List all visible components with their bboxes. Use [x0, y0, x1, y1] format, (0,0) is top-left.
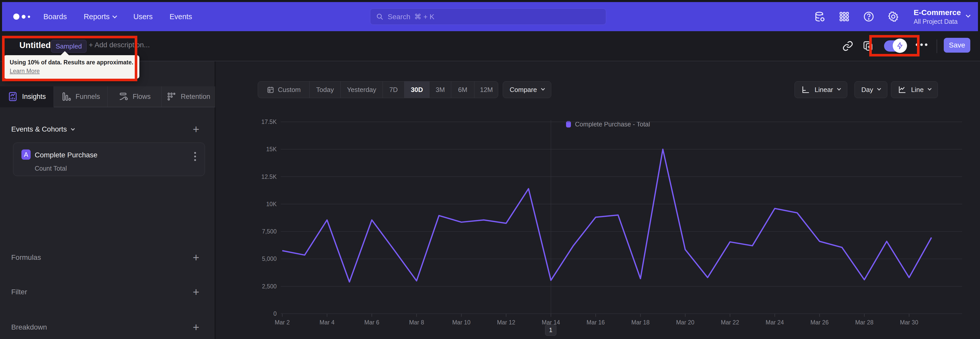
events-cohorts-header[interactable]: Events & Cohorts: [11, 125, 74, 133]
header-divider: [937, 39, 937, 53]
x-axis-label: Mar 26: [810, 319, 829, 326]
nav-item-boards[interactable]: Boards: [43, 13, 67, 21]
y-axis-label: 10K: [266, 201, 277, 208]
annotation-box-toggle: [869, 35, 920, 56]
y-axis-label: 0: [273, 310, 277, 317]
x-axis-label: Mar 2: [275, 319, 290, 326]
nav-item-reports[interactable]: Reports: [84, 13, 117, 21]
nav-item-events[interactable]: Events: [169, 13, 192, 21]
event-name[interactable]: Complete Purchase: [35, 151, 97, 159]
project-switcher[interactable]: E-Commerce All Project Data: [914, 8, 970, 25]
breakdown-label: Breakdown: [11, 323, 47, 331]
line-chart: 02,5005,0007,50010K12.5K15K17.5KMar 2Mar…: [216, 61, 980, 339]
event-options-icon[interactable]: [194, 152, 196, 161]
x-axis-label: Mar 20: [676, 319, 694, 326]
nav-right: E-Commerce All Project Data: [814, 2, 970, 31]
query-sidebar: InsightsFunnelsFlowsRetention Events & C…: [0, 61, 215, 339]
annotation-box-title: [2, 36, 137, 81]
search-placeholder: Search ⌘ + K: [388, 13, 434, 21]
apps-grid-icon[interactable]: [838, 10, 850, 23]
mixpanel-logo-icon[interactable]: [13, 14, 30, 20]
x-axis-label: Mar 6: [364, 319, 379, 326]
event-metric[interactable]: Count Total: [35, 165, 67, 172]
project-name: E-Commerce: [914, 8, 961, 17]
search-input[interactable]: Search ⌘ + K: [370, 8, 606, 25]
x-axis-label: Mar 28: [855, 319, 873, 326]
tab-insights[interactable]: Insights: [0, 86, 54, 107]
chevron-down-icon: [71, 126, 75, 131]
pagination-page-1[interactable]: 1: [545, 325, 556, 336]
x-axis-label: Mar 10: [452, 319, 471, 326]
nav-items: BoardsReportsUsersEvents: [43, 13, 192, 21]
y-axis-label: 7,500: [262, 228, 277, 235]
event-card[interactable]: A Complete Purchase Count Total: [13, 142, 205, 176]
help-icon[interactable]: [862, 10, 875, 23]
tab-retention[interactable]: Retention: [162, 86, 215, 107]
y-axis-label: 15K: [266, 146, 277, 152]
chevron-down-icon: [966, 13, 970, 18]
add-event-button[interactable]: +: [192, 124, 199, 135]
tab-funnels[interactable]: Funnels: [54, 86, 108, 107]
settings-gear-icon[interactable]: [887, 10, 899, 23]
x-axis-label: Mar 22: [721, 319, 739, 326]
mixpanel-insights-app: BoardsReportsUsersEvents Search ⌘ + K E-…: [0, 0, 980, 339]
x-axis-label: Mar 30: [900, 319, 918, 326]
report-tabs: InsightsFunnelsFlowsRetention: [0, 86, 215, 107]
events-cohorts-row: Events & Cohorts +: [0, 123, 215, 136]
save-button[interactable]: Save: [944, 38, 970, 53]
filter-label: Filter: [11, 288, 27, 296]
y-axis-label: 2,500: [262, 283, 277, 290]
x-axis-label: Mar 16: [587, 319, 605, 326]
report-header: Untitled Sampled + Add description... Sa…: [0, 31, 980, 61]
filter-row: Filter +: [0, 285, 215, 299]
formulas-label: Formulas: [11, 253, 41, 262]
formulas-row: Formulas +: [0, 251, 215, 264]
y-axis-label: 5,000: [262, 256, 277, 262]
top-nav: BoardsReportsUsersEvents Search ⌘ + K E-…: [2, 2, 978, 31]
chevron-down-icon: [113, 14, 117, 18]
nav-item-users[interactable]: Users: [133, 13, 153, 21]
add-formula-button[interactable]: +: [192, 252, 199, 263]
x-axis-label: Mar 12: [497, 319, 515, 326]
x-axis-label: Mar 8: [409, 319, 424, 326]
y-axis-label: 17.5K: [261, 118, 277, 125]
breakdown-row: Breakdown +: [0, 321, 215, 334]
add-breakdown-button[interactable]: +: [192, 321, 199, 333]
event-series-badge: A: [21, 149, 30, 160]
x-axis-label: Mar 4: [320, 319, 334, 326]
data-management-icon[interactable]: [814, 10, 826, 23]
x-axis-label: Mar 18: [632, 319, 650, 326]
y-axis-label: 12.5K: [261, 173, 277, 180]
copy-link-icon[interactable]: [842, 40, 854, 52]
add-filter-button[interactable]: +: [192, 286, 199, 297]
project-scope: All Project Data: [914, 18, 961, 25]
x-axis-label: Mar 24: [765, 319, 784, 326]
search-icon: [376, 13, 383, 21]
tab-flows[interactable]: Flows: [108, 86, 162, 107]
series-line-complete-purchase[interactable]: [282, 149, 932, 282]
chart-panel: CustomTodayYesterday7D30D3M6M12M Compare…: [216, 61, 980, 339]
